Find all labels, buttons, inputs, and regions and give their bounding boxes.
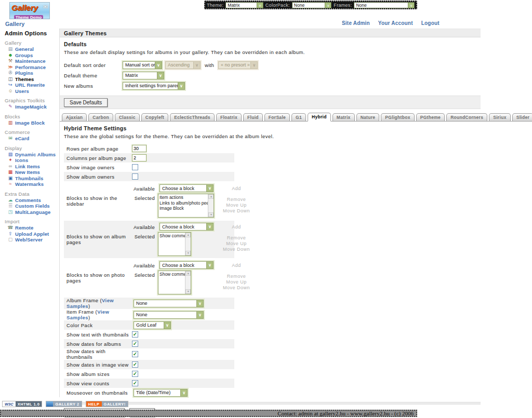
scrollbar[interactable]: ▲▼	[185, 233, 191, 255]
checkbox-show-dates-in-image-view[interactable]	[132, 361, 138, 368]
checkbox-show-text-with-thumbnails[interactable]	[132, 331, 138, 338]
sidebar-item-dynamic-albums[interactable]: ▧Dynamic Albums	[5, 152, 59, 158]
tab-copyleft[interactable]: Copyleft	[141, 113, 168, 121]
tab-roundcorners[interactable]: RoundCorners	[446, 113, 487, 121]
choose-block-select-blocks-to-show-in-the-sidebar[interactable]: Choose a block∨	[159, 184, 214, 192]
move-up-link[interactable]: Move Up	[218, 279, 255, 285]
view-samples-link[interactable]: View Samples	[66, 298, 114, 309]
sidebar-item-url-rewrite[interactable]: ↪URL Rewrite	[5, 82, 59, 88]
selected-blocks-listbox-blocks-to-show-on-album-pages[interactable]: Show comments▲▼	[158, 232, 191, 256]
sidebar-item-thumbnails[interactable]: ▣Thumbnails	[5, 176, 59, 182]
sidebar-item-icons[interactable]: ✦Icons	[5, 157, 59, 164]
checkbox-show-view-counts[interactable]	[132, 380, 138, 386]
sidebar-item-comments[interactable]: ☁Comments	[5, 197, 59, 204]
add-link[interactable]: Add	[218, 186, 255, 191]
help-gallery-badge[interactable]: HELPGALLERY!	[86, 401, 128, 407]
checkbox-show-album-sizes[interactable]	[132, 371, 138, 377]
remove-link[interactable]: Remove	[218, 274, 255, 279]
sidebar-item-upload-applet[interactable]: ⇧Upload Applet	[5, 231, 59, 237]
view-samples-link[interactable]: View Samples	[66, 309, 109, 320]
gallery-logo[interactable]: Gallery Theme Demo ✉	[9, 2, 50, 19]
listbox-item[interactable]: Item actions	[159, 195, 207, 200]
selected-blocks-listbox-blocks-to-show-in-the-sidebar[interactable]: Item actionsLinks to album/photo peersIm…	[158, 194, 214, 218]
site-admin-link[interactable]: Site Admin	[342, 20, 370, 26]
select-item-frame[interactable]: None∨	[134, 311, 204, 319]
scroll-down-icon[interactable]: ▼	[185, 289, 191, 294]
tab-eclecticthreads[interactable]: EclecticThreads	[170, 113, 215, 121]
scroll-down-icon[interactable]: ▼	[185, 251, 191, 255]
remove-link[interactable]: Remove	[218, 197, 255, 202]
gallery2-badge[interactable]: GALLERY 2	[46, 401, 82, 407]
sidebar-item-users[interactable]: ☺Users	[5, 88, 59, 95]
checkbox-show-album-owners[interactable]	[132, 173, 138, 180]
tab-nature[interactable]: Nature	[356, 113, 380, 121]
sidebar-item-maintenance[interactable]: ⚒Maintenance	[5, 58, 59, 64]
colorpack-select[interactable]: None ∨	[292, 2, 332, 8]
sidebar-item-image-block[interactable]: ▥Image Block	[5, 120, 59, 126]
tab-fluid[interactable]: Fluid	[243, 113, 263, 121]
sidebar-item-custom-fields[interactable]: ☰Custom Fields	[5, 203, 59, 209]
add-link[interactable]: Add	[218, 263, 255, 268]
your-account-link[interactable]: Your Account	[378, 20, 413, 26]
sidebar-item-multilanguage[interactable]: ◳MultiLanguage	[5, 209, 59, 215]
choose-block-select-blocks-to-show-on-photo-pages[interactable]: Choose a block∨	[159, 261, 214, 269]
remove-link[interactable]: Remove	[218, 235, 255, 240]
sidebar-item-watermarks[interactable]: ≈Watermarks	[5, 181, 59, 187]
sidebar-item-themes[interactable]: ◫Themes	[5, 76, 59, 83]
select-mouseover-on-thumbnails[interactable]: Title (Date/Time)∨	[134, 389, 188, 397]
sidebar-item-plugins[interactable]: ✇Plugins	[5, 70, 59, 76]
theme-select[interactable]: Matrix ∨	[225, 2, 263, 8]
tab-forsale[interactable]: ForSale	[264, 113, 290, 121]
tab-ajaxian[interactable]: Ajaxian	[62, 113, 87, 121]
add-link[interactable]: Add	[218, 224, 255, 230]
new-albums-select[interactable]: Inherit settings from parent album ∨	[123, 82, 185, 90]
sidebar-item-web-server[interactable]: ▢Web/Server	[5, 237, 59, 243]
choose-block-select-blocks-to-show-on-album-pages[interactable]: Choose a block∨	[159, 223, 214, 231]
move-down-link[interactable]: Move Down	[218, 208, 255, 213]
checkbox-show-dates-with-thumbnails[interactable]	[132, 351, 138, 357]
tab-g1[interactable]: G1	[291, 113, 306, 121]
sidebar-item-ecard[interactable]: ✉eCard	[5, 136, 59, 142]
tab-matrix[interactable]: Matrix	[332, 113, 355, 121]
tab-siriux[interactable]: Siriux	[489, 113, 510, 121]
selected-blocks-listbox-blocks-to-show-on-photo-pages[interactable]: Show comments▲▼	[158, 271, 191, 294]
sidebar-item-imagemagick[interactable]: ✎ImageMagick	[5, 104, 59, 110]
move-down-link[interactable]: Move Down	[218, 285, 255, 290]
tab-pglightbox[interactable]: PGlightbox	[381, 113, 414, 121]
sidebar-item-groups[interactable]: ☻Groups	[5, 52, 59, 59]
w3c-xhtml-badge[interactable]: W3CXHTML 1.0	[2, 401, 42, 407]
breadcrumb-gallery-link[interactable]: Gallery	[5, 21, 24, 27]
select-album-frame[interactable]: None∨	[134, 300, 204, 307]
tab-hybrid[interactable]: Hybrid	[308, 113, 331, 122]
save-defaults-button[interactable]: Save Defaults	[64, 98, 108, 107]
scroll-up-icon[interactable]: ▲	[208, 194, 214, 199]
tab-pgtheme[interactable]: PGtheme	[416, 113, 445, 121]
scroll-up-icon[interactable]: ▲	[185, 233, 191, 237]
default-sort-order-select[interactable]: Manual sort order ∨	[123, 61, 162, 69]
scrollbar[interactable]: ▲▼	[185, 271, 191, 294]
listbox-item[interactable]: Image Block	[159, 206, 207, 211]
logout-link[interactable]: Logout	[421, 20, 440, 26]
move-down-link[interactable]: Move Down	[218, 247, 255, 252]
tab-carbon[interactable]: Carbon	[88, 113, 113, 121]
input-rows-per-album-page[interactable]	[132, 145, 147, 152]
sidebar-item-performance[interactable]: ≫Performance	[5, 64, 59, 71]
frames-select[interactable]: None ∨	[354, 2, 415, 8]
breadcrumb[interactable]: Gallery	[5, 21, 24, 27]
sidebar-item-new-items[interactable]: ▦New Items	[5, 169, 59, 176]
listbox-item[interactable]: Show comments	[159, 233, 184, 239]
tab-slider[interactable]: Slider	[512, 113, 532, 121]
scroll-down-icon[interactable]: ▼	[208, 212, 214, 217]
checkbox-show-image-owners[interactable]	[132, 164, 138, 170]
scroll-up-icon[interactable]: ▲	[185, 271, 191, 276]
default-theme-select[interactable]: Matrix ∨	[123, 72, 164, 79]
sidebar-item-remote[interactable]: ☎Remote	[5, 225, 59, 231]
move-up-link[interactable]: Move Up	[218, 241, 255, 246]
sidebar-item-link-items[interactable]: ∞Link Items	[5, 164, 59, 170]
tab-classic[interactable]: Classic	[115, 113, 140, 121]
tab-floatrix[interactable]: Floatrix	[216, 113, 242, 121]
listbox-item[interactable]: Links to album/photo peers	[159, 200, 207, 206]
input-columns-per-album-page[interactable]	[132, 154, 147, 161]
select-color-pack[interactable]: Gold Leaf∨	[134, 321, 171, 329]
checkbox-show-dates-for-albums[interactable]	[132, 341, 138, 347]
